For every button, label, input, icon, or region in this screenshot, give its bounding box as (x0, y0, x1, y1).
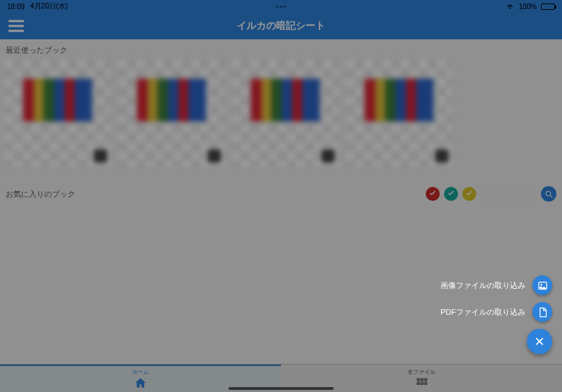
status-bar: 18:09 4月20日(水) 100% (0, 0, 562, 13)
svg-point-0 (546, 191, 551, 196)
image-icon (537, 280, 548, 291)
svg-point-9 (540, 284, 542, 286)
book-thumbnail[interactable] (232, 60, 339, 166)
svg-rect-4 (424, 378, 428, 381)
menu-button[interactable] (8, 18, 24, 35)
book-thumbnail[interactable] (118, 60, 225, 166)
fab-import-pdf-label: PDFファイルの取り込み (440, 307, 525, 318)
page-title: イルカの暗記シート (237, 20, 325, 32)
wifi-icon (506, 3, 514, 11)
book-thumbnail[interactable] (346, 60, 452, 166)
import-pdf-button[interactable] (532, 302, 552, 322)
nav-bar: イルカの暗記シート (0, 13, 562, 39)
search-button[interactable] (541, 186, 556, 202)
status-date: 4月20日(水) (30, 1, 67, 11)
battery-icon (541, 4, 555, 10)
home-indicator (228, 387, 334, 390)
fab-import-image-label: 画像ファイルの取り込み (440, 280, 525, 291)
battery-percent: 100% (518, 3, 537, 11)
svg-rect-3 (421, 378, 424, 381)
book-thumbnail[interactable] (4, 60, 111, 166)
home-icon (134, 377, 147, 389)
pdf-file-icon (537, 307, 548, 318)
recent-books-row (0, 60, 562, 166)
svg-rect-7 (424, 381, 428, 385)
svg-rect-5 (417, 381, 420, 385)
svg-line-1 (550, 195, 552, 197)
svg-rect-6 (421, 381, 424, 385)
tab-allfiles-label: 全ファイル (407, 368, 436, 376)
app-screen: 18:09 4月20日(水) 100% イルカの暗記シート 最近使ったブック (0, 0, 562, 392)
recent-section-title: 最近使ったブック (0, 39, 562, 60)
filter-red-button[interactable] (426, 187, 440, 201)
filter-teal-button[interactable] (444, 187, 458, 201)
filter-yellow-button[interactable] (462, 187, 476, 201)
status-time: 18:09 (7, 3, 25, 11)
fab-close-button[interactable] (527, 329, 552, 354)
search-input[interactable] (481, 186, 537, 202)
multitask-dots (277, 6, 286, 8)
favorites-bar: お気に入りのブック (0, 166, 562, 202)
close-icon (534, 336, 545, 347)
fab-menu: 画像ファイルの取り込み PDFファイルの取り込み (440, 275, 552, 354)
import-image-button[interactable] (532, 275, 552, 295)
favorites-section-title: お気に入りのブック (6, 189, 75, 200)
tab-home-label: ホーム (132, 368, 149, 376)
svg-rect-2 (417, 378, 420, 381)
grid-icon (415, 377, 428, 389)
